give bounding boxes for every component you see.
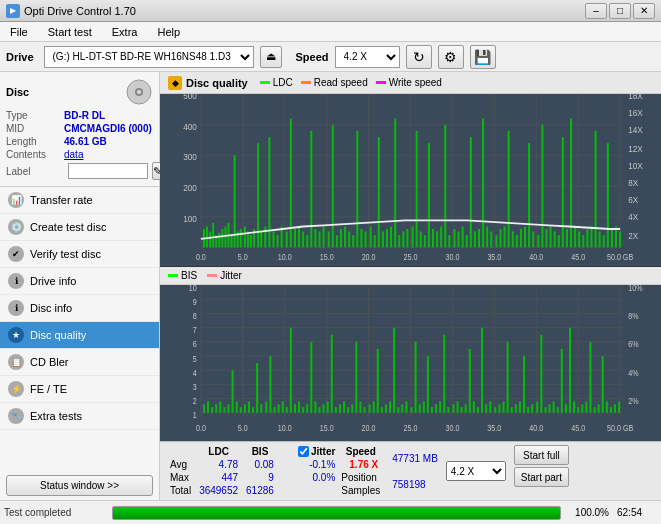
nav-disc-quality[interactable]: ★ Disc quality [0,322,159,349]
svg-rect-87 [356,131,358,248]
svg-text:50.0 GB: 50.0 GB [607,422,633,433]
drive-selector[interactable]: (G:) HL-DT-ST BD-RE WH16NS48 1.D3 [44,46,254,68]
nav-fe-te[interactable]: ⚡ FE / TE [0,376,159,403]
svg-rect-56 [234,155,236,247]
chart-header: ◆ Disc quality LDC Read speed Write spee… [160,72,661,94]
svg-rect-266 [481,327,483,412]
disc-icon [125,78,153,106]
svg-rect-247 [401,404,403,413]
maximize-button[interactable]: □ [609,3,631,19]
start-part-button[interactable]: Start part [514,467,569,487]
nav-drive-info[interactable]: ℹ Drive info [0,268,159,295]
elapsed-time: 62:54 [617,507,657,518]
max-label: Max [166,471,195,484]
save-button[interactable]: 💾 [470,45,496,69]
speed-selector[interactable]: 4.2 X [335,46,400,68]
svg-rect-223 [302,407,304,413]
svg-rect-109 [448,235,450,247]
svg-rect-105 [432,229,434,247]
svg-text:40.0: 40.0 [529,252,543,262]
svg-rect-49 [212,223,214,248]
svg-text:45.0: 45.0 [571,252,585,262]
menu-start-test[interactable]: Start test [42,24,98,40]
svg-rect-295 [602,356,604,413]
nav-extra-tests[interactable]: 🔧 Extra tests [0,403,159,430]
label-input[interactable] [68,163,148,179]
svg-rect-259 [452,404,454,413]
type-value: BD-R DL [64,110,105,121]
disc-title: Disc [6,86,29,98]
svg-rect-288 [573,401,575,412]
svg-rect-134 [554,231,556,247]
svg-rect-84 [344,227,346,248]
eject-button[interactable]: ⏏ [260,46,282,68]
svg-rect-233 [343,401,345,412]
drive-info-icon: ℹ [8,273,24,289]
svg-rect-254 [431,407,433,413]
svg-rect-107 [440,227,442,248]
svg-rect-80 [328,231,330,247]
svg-rect-99 [406,229,408,247]
svg-rect-262 [465,404,467,413]
svg-rect-267 [485,404,487,413]
menu-extra[interactable]: Extra [106,24,144,40]
svg-text:50.0 GB: 50.0 GB [607,252,633,262]
nav-create-test-disc[interactable]: 💿 Create test disc [0,214,159,241]
svg-rect-218 [282,401,284,412]
status-text: Test completed [4,507,104,518]
nav-verify-test-disc[interactable]: ✔ Verify test disc [0,241,159,268]
contents-value[interactable]: data [64,149,83,160]
svg-rect-232 [339,404,341,413]
minimize-button[interactable]: – [585,3,607,19]
svg-rect-83 [340,229,342,247]
svg-rect-113 [466,235,468,247]
svg-rect-81 [332,125,334,248]
svg-text:35.0: 35.0 [487,252,501,262]
svg-rect-292 [589,342,591,413]
svg-rect-246 [397,407,399,413]
svg-rect-271 [503,401,505,412]
close-button[interactable]: ✕ [633,3,655,19]
speed-dropdown[interactable]: 4.2 X [446,461,506,481]
titlebar: ▶ Opti Drive Control 1.70 – □ ✕ [0,0,661,22]
svg-rect-118 [486,227,488,248]
svg-text:10: 10 [189,285,197,293]
window-controls: – □ ✕ [585,3,655,19]
ldc-header: LDC [195,445,242,458]
menu-file[interactable]: File [4,24,34,40]
legend-jitter: Jitter [207,270,242,281]
svg-rect-240 [373,401,375,412]
svg-rect-89 [364,231,366,247]
svg-text:45.0: 45.0 [571,422,585,433]
svg-rect-126 [520,229,522,247]
jitter-checkbox[interactable] [298,446,309,457]
nav-cd-bler[interactable]: 📋 CD Bler [0,349,159,376]
nav-transfer-rate[interactable]: 📊 Transfer rate [0,187,159,214]
menu-help[interactable]: Help [151,24,186,40]
svg-rect-235 [351,404,353,413]
nav-disc-info[interactable]: ℹ Disc info [0,295,159,322]
svg-rect-274 [515,404,517,413]
svg-rect-248 [405,401,407,412]
svg-rect-277 [527,407,529,413]
disc-section: Disc Type BD-R DL MID CMCMAGDI6 (000) Le… [0,72,159,187]
svg-rect-222 [298,401,300,412]
start-full-button[interactable]: Start full [514,445,569,465]
svg-point-2 [137,90,141,94]
svg-text:1: 1 [193,409,197,420]
svg-rect-269 [494,407,496,413]
svg-rect-147 [607,143,609,247]
svg-text:15.0: 15.0 [320,252,334,262]
speed-val: 1.76 X [339,458,382,471]
status-window-button[interactable]: Status window >> [6,475,153,496]
left-panel: Disc Type BD-R DL MID CMCMAGDI6 (000) Le… [0,72,160,500]
refresh-button[interactable]: ↻ [406,45,432,69]
settings-button[interactable]: ⚙ [438,45,464,69]
svg-rect-117 [482,119,484,248]
svg-rect-273 [511,407,513,413]
svg-rect-145 [599,231,601,247]
disc-contents-row: Contents data [6,149,153,160]
svg-text:10%: 10% [628,285,643,293]
bis-header: BIS [242,445,278,458]
write-dot [376,81,386,84]
